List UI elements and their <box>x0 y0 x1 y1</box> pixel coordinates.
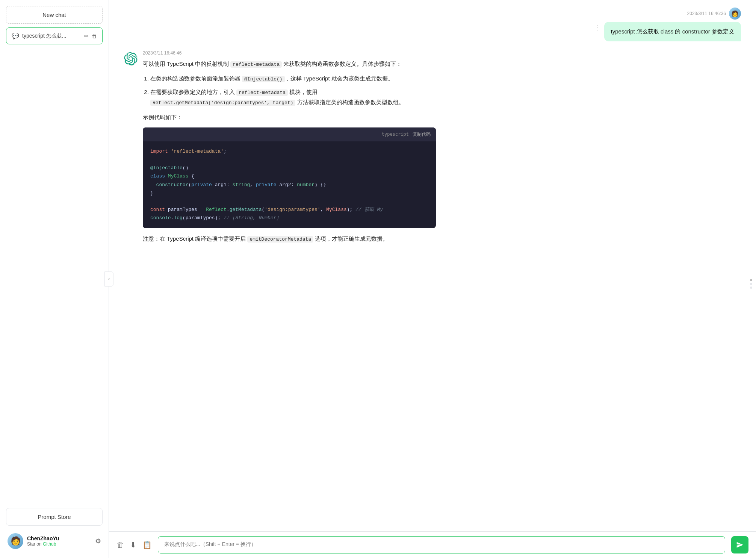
ai-message-timestamp: 2023/3/11 16:46:46 <box>143 50 436 56</box>
user-subtitle: Star on Github <box>27 541 91 547</box>
code-line-1: import 'reflect-metadata'; <box>150 147 428 156</box>
user-avatar-small: 🧑 <box>729 8 741 20</box>
user-message-row: 2023/3/11 16:46:36 🧑 ⋮ typescript 怎么获取 c… <box>124 8 741 41</box>
send-button[interactable] <box>731 536 748 553</box>
scroll-dot-2 <box>750 283 752 285</box>
new-chat-button[interactable]: New chat <box>6 6 103 24</box>
inline-code-injectable: @Injectable() <box>242 76 284 82</box>
copy-code-button[interactable]: 复制代码 <box>413 131 431 138</box>
code-line-close: } <box>150 189 428 197</box>
share-icon[interactable]: 📋 <box>142 540 152 549</box>
chat-list-item[interactable]: 💬 typescript 怎么获... ✏ 🗑 <box>6 27 103 44</box>
ai-message-row: 2023/3/11 16:46:46 可以使用 TypeScript 中的反射机… <box>124 50 741 248</box>
code-line-blank1 <box>150 156 428 164</box>
ai-avatar <box>124 52 138 65</box>
ai-example-label: 示例代码如下： <box>143 112 436 122</box>
collapse-sidebar-button[interactable]: ‹ <box>104 271 113 287</box>
delete-chat-icon[interactable]: 🗑 <box>92 33 97 39</box>
ai-note-text: 注意：在 TypeScript 编译选项中需要开启 emitDecoratorM… <box>143 234 436 244</box>
ai-intro-text: 可以使用 TypeScript 中的反射机制 reflect-metadata … <box>143 59 436 69</box>
edit-chat-icon[interactable]: ✏ <box>84 33 89 39</box>
chat-item-actions: ✏ 🗑 <box>84 33 97 39</box>
inline-code-getmetadata: Reflect.getMetadata('design:paramtypes',… <box>150 100 295 106</box>
chat-icon: 💬 <box>12 32 19 39</box>
inline-code-emit: emitDecoratorMetadata <box>247 236 313 243</box>
github-link[interactable]: Github <box>43 541 56 547</box>
code-line-console: console.log(paramTypes); // [String, Num… <box>150 214 428 222</box>
download-icon[interactable]: ⬇ <box>130 540 136 549</box>
ai-step-1: 在类的构造函数参数前面添加装饰器 @Injectable()，这样 TypeSc… <box>150 73 436 83</box>
message-more-icon[interactable]: ⋮ <box>594 23 601 32</box>
code-header: typescript 复制代码 <box>143 127 436 142</box>
code-language-label: typescript <box>382 130 409 139</box>
scroll-dot-3 <box>750 287 752 289</box>
user-profile: 🧑 ChenZhaoYu Star on Github ⚙ <box>6 530 103 552</box>
prompt-store-button[interactable]: Prompt Store <box>6 508 103 526</box>
main-chat: 2023/3/11 16:46:36 🧑 ⋮ typescript 怎么获取 c… <box>109 0 756 558</box>
chat-messages: 2023/3/11 16:46:36 🧑 ⋮ typescript 怎么获取 c… <box>109 0 756 531</box>
code-line-const: const paramTypes = Reflect.getMetadata('… <box>150 206 428 214</box>
user-name: ChenZhaoYu <box>27 535 91 541</box>
ai-step-2: 在需要获取参数定义的地方，引入 reflect-metadata 模块，使用 R… <box>150 87 436 108</box>
trash-icon[interactable]: 🗑 <box>116 541 124 549</box>
user-message-timestamp: 2023/3/11 16:46:36 🧑 <box>687 8 741 20</box>
settings-icon[interactable]: ⚙ <box>95 537 101 545</box>
code-line-blank2 <box>150 197 428 206</box>
ai-message-text: 可以使用 TypeScript 中的反射机制 reflect-metadata … <box>143 59 436 244</box>
user-info: ChenZhaoYu Star on Github <box>27 535 91 547</box>
inline-code-reflect: reflect-metadata <box>230 61 282 68</box>
chat-input[interactable] <box>158 536 725 553</box>
code-line-decorator: @Injectable() <box>150 164 428 172</box>
avatar: 🧑 <box>8 533 23 549</box>
ai-steps-list: 在类的构造函数参数前面添加装饰器 @Injectable()，这样 TypeSc… <box>143 73 436 107</box>
ai-message-content: 2023/3/11 16:46:46 可以使用 TypeScript 中的反射机… <box>143 50 436 248</box>
scroll-dot-1 <box>750 279 752 281</box>
bottom-bar: 🗑 ⬇ 📋 <box>109 531 756 558</box>
code-content: import 'reflect-metadata'; @Injectable()… <box>143 141 436 228</box>
code-line-class: class MyClass { <box>150 172 428 180</box>
chat-item-title: typescript 怎么获... <box>22 33 81 39</box>
inline-code-reflect2: reflect-metadata <box>236 89 288 96</box>
sidebar: New chat 💬 typescript 怎么获... ✏ 🗑 Prompt … <box>0 0 109 558</box>
scroll-indicator <box>750 279 752 289</box>
code-block: typescript 复制代码 import 'reflect-metadata… <box>143 127 436 228</box>
code-line-constructor: constructor(private arg1: string, privat… <box>150 181 428 189</box>
user-message-bubble: typescript 怎么获取 class 的 constructor 参数定义 <box>604 22 741 41</box>
